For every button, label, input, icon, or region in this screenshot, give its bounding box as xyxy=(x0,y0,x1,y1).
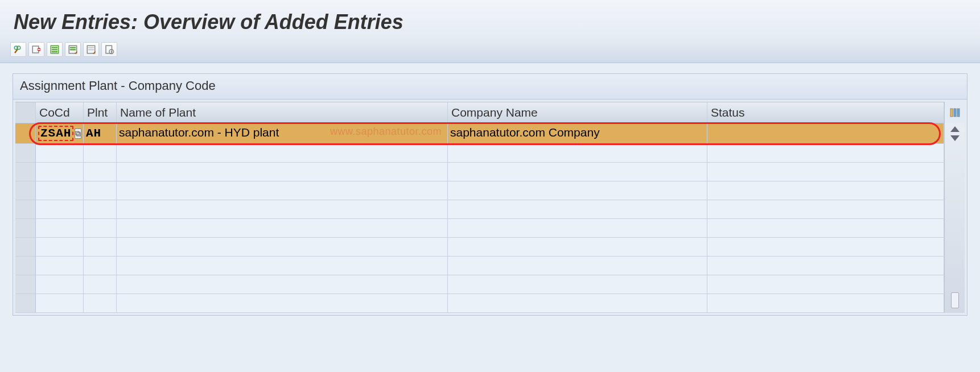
scroll-down-icon[interactable] xyxy=(950,135,960,141)
row-selector[interactable] xyxy=(15,238,36,257)
table-row[interactable] xyxy=(15,275,944,294)
table-row[interactable] xyxy=(15,257,944,275)
table-row[interactable] xyxy=(15,219,944,238)
cell-company-name[interactable] xyxy=(448,238,707,257)
row-selector[interactable] xyxy=(15,144,36,163)
cell-name-of-plant[interactable] xyxy=(117,294,448,313)
cell-plnt[interactable] xyxy=(84,219,117,238)
cell-status[interactable] xyxy=(707,294,944,313)
cell-plnt[interactable] xyxy=(84,238,117,257)
cell-name-of-plant[interactable] xyxy=(117,275,448,294)
row-selector-header[interactable] xyxy=(15,102,36,123)
cell-cocd[interactable] xyxy=(36,181,84,200)
cell-plnt[interactable] xyxy=(84,163,117,181)
cell-cocd[interactable]: ZSAH xyxy=(36,123,84,144)
cell-name-of-plant[interactable]: saphanatutor.com - HYD plant www.saphana… xyxy=(117,123,448,144)
row-selector[interactable] xyxy=(15,181,36,200)
plnt-value: AH xyxy=(86,127,101,140)
cell-name-of-plant[interactable] xyxy=(117,219,448,238)
cell-status[interactable] xyxy=(707,238,944,257)
cell-plnt[interactable] xyxy=(84,275,117,294)
delimit-button[interactable] xyxy=(28,42,44,57)
cell-status[interactable] xyxy=(707,181,944,200)
cell-status[interactable] xyxy=(707,200,944,219)
svg-rect-4 xyxy=(38,49,40,50)
svg-rect-18 xyxy=(76,131,79,135)
cell-cocd[interactable] xyxy=(36,219,84,238)
row-selector[interactable] xyxy=(15,219,36,238)
cell-company-name[interactable] xyxy=(448,200,707,219)
cell-company-name[interactable]: saphanatutor.com Company xyxy=(448,123,707,144)
svg-rect-22 xyxy=(957,109,960,117)
table-row[interactable] xyxy=(15,163,944,181)
cell-cocd[interactable] xyxy=(36,163,84,181)
cell-plnt[interactable] xyxy=(84,200,117,219)
table-row[interactable] xyxy=(15,144,944,163)
select-all-button[interactable] xyxy=(47,42,63,57)
row-selector[interactable] xyxy=(15,294,36,313)
row-selector[interactable] xyxy=(15,275,36,294)
svg-rect-11 xyxy=(70,49,76,50)
assignment-group: Assignment Plant - Company Code CoCd Pln… xyxy=(13,73,967,316)
cell-status[interactable] xyxy=(707,123,944,144)
scroll-thumb[interactable] xyxy=(951,292,959,308)
cell-company-name[interactable] xyxy=(448,144,707,163)
table-vertical-scrollbar[interactable] xyxy=(944,123,965,313)
toggle-display-change-button[interactable] xyxy=(10,42,26,57)
svg-rect-13 xyxy=(88,47,94,48)
table-row[interactable] xyxy=(15,200,944,219)
group-title: Assignment Plant - Company Code xyxy=(13,74,967,100)
cell-plnt[interactable] xyxy=(84,294,117,313)
column-header-cocd[interactable]: CoCd xyxy=(36,102,84,123)
cell-company-name[interactable] xyxy=(448,181,707,200)
table-row[interactable] xyxy=(15,181,944,200)
table-row[interactable] xyxy=(15,238,944,257)
column-header-company-name[interactable]: Company Name xyxy=(448,102,707,123)
cell-name-of-plant[interactable] xyxy=(117,181,448,200)
column-header-name-of-plant[interactable]: Name of Plant xyxy=(117,102,448,123)
cell-plnt[interactable]: AH xyxy=(84,123,117,144)
cell-status[interactable] xyxy=(707,144,944,163)
column-header-status[interactable]: Status xyxy=(707,102,944,123)
cell-plnt[interactable] xyxy=(84,181,117,200)
cell-name-of-plant[interactable] xyxy=(117,144,448,163)
cell-company-name[interactable] xyxy=(448,257,707,275)
cell-cocd[interactable] xyxy=(36,144,84,163)
cell-company-name[interactable] xyxy=(448,219,707,238)
cell-status[interactable] xyxy=(707,163,944,181)
svg-point-17 xyxy=(111,51,112,52)
cell-status[interactable] xyxy=(707,275,944,294)
cell-plnt[interactable] xyxy=(84,144,117,163)
configuration-button[interactable] xyxy=(101,42,117,57)
table-settings-button[interactable] xyxy=(944,102,965,123)
search-help-icon[interactable] xyxy=(75,129,81,139)
cell-cocd[interactable] xyxy=(36,257,84,275)
cell-status[interactable] xyxy=(707,257,944,275)
table-row[interactable]: ZSAH AH saphanatutor.com - HYD plant www… xyxy=(15,123,944,144)
cell-company-name[interactable] xyxy=(448,275,707,294)
deselect-all-button[interactable] xyxy=(83,42,99,57)
cell-cocd[interactable] xyxy=(36,294,84,313)
cell-company-name[interactable] xyxy=(448,294,707,313)
cell-plnt[interactable] xyxy=(84,257,117,275)
cell-name-of-plant[interactable] xyxy=(117,200,448,219)
cell-company-name[interactable] xyxy=(448,163,707,181)
cell-cocd[interactable] xyxy=(36,200,84,219)
watermark: www.saphanatutor.com xyxy=(330,126,442,138)
row-selector[interactable] xyxy=(15,123,36,144)
cell-cocd[interactable] xyxy=(36,275,84,294)
row-selector[interactable] xyxy=(15,257,36,275)
svg-rect-14 xyxy=(88,49,94,50)
cell-status[interactable] xyxy=(707,219,944,238)
svg-rect-19 xyxy=(77,133,80,136)
cell-name-of-plant[interactable] xyxy=(117,257,448,275)
table-row[interactable] xyxy=(15,294,944,313)
cell-cocd[interactable] xyxy=(36,238,84,257)
select-block-button[interactable] xyxy=(65,42,81,57)
row-selector[interactable] xyxy=(15,163,36,181)
row-selector[interactable] xyxy=(15,200,36,219)
cell-name-of-plant[interactable] xyxy=(117,163,448,181)
cell-name-of-plant[interactable] xyxy=(117,238,448,257)
scroll-up-icon[interactable] xyxy=(950,126,960,132)
column-header-plnt[interactable]: Plnt xyxy=(84,102,117,123)
